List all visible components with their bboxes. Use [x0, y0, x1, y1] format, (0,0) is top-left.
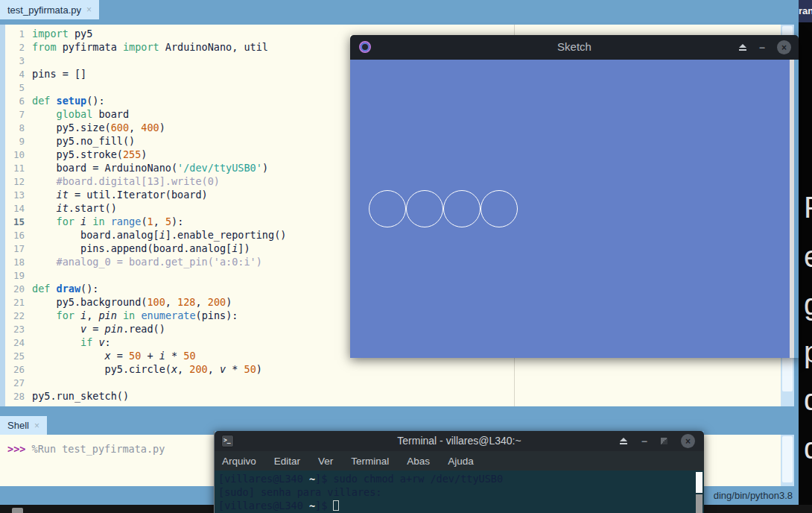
shell-scrollbar-thumb[interactable] [782, 436, 793, 482]
line-number: 16 [5, 229, 25, 242]
code-line: 28py5.run_sketch() [0, 389, 781, 403]
line-number: 15 [5, 215, 25, 229]
tab-shell[interactable]: Shell × [0, 416, 47, 435]
line-number: 23 [5, 323, 25, 336]
pane-splitter[interactable] [0, 406, 799, 416]
line-number: 17 [5, 242, 25, 256]
terminal-content[interactable]: [villares@L340 ~]$ sudo chmod a+rw /dev/… [215, 470, 704, 513]
line-number: 5 [5, 81, 25, 95]
desktop: ran Pegpdd test_pyfirmata.py × 1import p… [0, 0, 812, 513]
menu-item-editar[interactable]: Editar [274, 456, 300, 467]
terminal-line: [villares@L340 ~]$ sudo chmod a+rw /dev/… [218, 472, 704, 485]
code-line: 26 py5.circle(x, 200, v * 50) [0, 362, 781, 376]
rollup-icon[interactable] [619, 438, 628, 445]
line-number: 12 [5, 175, 25, 189]
tab-test-pyfirmata[interactable]: test_pyfirmata.py × [0, 0, 99, 19]
shell-tab-close-icon[interactable]: × [34, 421, 39, 431]
terminal-window: >_ Terminal - villares@L340:~ − × Arquiv… [214, 431, 704, 513]
line-number: 28 [5, 390, 25, 403]
sketch-title-bar[interactable]: Sketch − × [350, 35, 799, 60]
sketch-window-title: Sketch [350, 40, 799, 53]
line-number: 1 [5, 28, 25, 41]
interpreter-path: ding/bin/python3.8 [714, 490, 793, 501]
sketch-circle [480, 190, 518, 227]
line-number: 27 [5, 377, 25, 390]
close-icon[interactable]: × [777, 40, 791, 54]
terminal-scrollbar-track [696, 494, 702, 513]
line-number: 6 [5, 95, 25, 108]
sketch-canvas[interactable] [350, 60, 794, 358]
line-number: 2 [5, 41, 25, 54]
shell-tab-label: Shell [7, 420, 29, 431]
sketch-window-controls: − × [738, 35, 791, 60]
background-text-letter: g [804, 289, 812, 319]
menu-item-terminal[interactable]: Terminal [351, 456, 389, 467]
taskbar-fragment [12, 508, 23, 513]
line-number: 21 [5, 296, 25, 309]
rollup-icon[interactable] [738, 44, 747, 51]
code-line: 27 [0, 376, 781, 389]
background-text-letter: e [804, 242, 812, 271]
tab-close-icon[interactable]: × [86, 4, 92, 15]
line-number: 10 [5, 148, 25, 162]
background-text-letter: p [804, 337, 812, 367]
line-number: 4 [5, 68, 25, 81]
terminal-scrollbar-thumb[interactable] [696, 472, 702, 493]
editor-tab-bar: test_pyfirmata.py × [0, 0, 799, 19]
line-number: 25 [5, 350, 25, 363]
background-text-letter: d [804, 433, 812, 463]
line-number: 13 [5, 189, 25, 202]
sketch-circle [369, 190, 406, 227]
line-number: 19 [5, 269, 25, 283]
sketch-window: Sketch − × [350, 35, 799, 358]
terminal-title-bar[interactable]: >_ Terminal - villares@L340:~ − × [215, 431, 704, 451]
resize-icon[interactable] [661, 438, 667, 444]
sketch-circle [443, 190, 480, 227]
tab-label: test_pyfirmata.py [7, 4, 81, 16]
minimize-icon[interactable]: − [759, 43, 765, 53]
menu-item-abas[interactable]: Abas [407, 456, 430, 467]
line-number: 11 [5, 162, 25, 175]
line-number: 18 [5, 256, 25, 269]
shell-command: %Run test_pyfirmata.py [25, 443, 165, 455]
menu-item-ver[interactable]: Ver [318, 456, 333, 467]
terminal-scrollbar[interactable] [694, 470, 704, 513]
line-number: 14 [5, 202, 25, 215]
background-text-letter: P [804, 192, 812, 222]
line-number: 7 [5, 108, 25, 122]
line-number: 24 [5, 336, 25, 350]
shell-prompt: >>> [7, 443, 25, 455]
menu-item-ajuda[interactable]: Ajuda [448, 456, 474, 467]
line-number: 8 [5, 122, 25, 135]
line-number: 22 [5, 309, 25, 323]
line-number: 20 [5, 283, 25, 296]
terminal-line: [sudo] senha para villares: [218, 485, 704, 499]
terminal-cursor [333, 500, 339, 511]
background-text-letter: d [804, 385, 812, 415]
terminal-line: [villares@L340 ~]$ [218, 499, 704, 512]
minimize-icon[interactable]: − [641, 436, 647, 447]
terminal-menu-bar: ArquivoEditarVerTerminalAbasAjuda [215, 451, 704, 470]
shell-line: >>> %Run test_pyfirmata.py [7, 443, 165, 455]
line-number: 9 [5, 135, 25, 148]
terminal-window-controls: − × [619, 431, 695, 451]
line-number: 26 [5, 363, 25, 377]
sketch-circle [406, 190, 443, 227]
line-number: 3 [5, 54, 25, 68]
close-icon[interactable]: × [681, 434, 695, 448]
shell-scrollbar[interactable] [781, 435, 794, 486]
menu-item-arquivo[interactable]: Arquivo [222, 456, 256, 467]
